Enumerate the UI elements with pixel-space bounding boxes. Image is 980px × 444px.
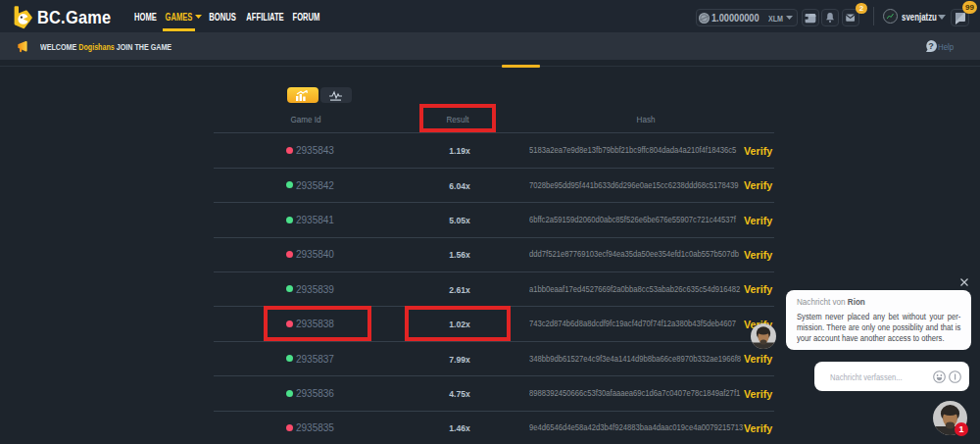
- svg-text:?: ?: [928, 41, 934, 51]
